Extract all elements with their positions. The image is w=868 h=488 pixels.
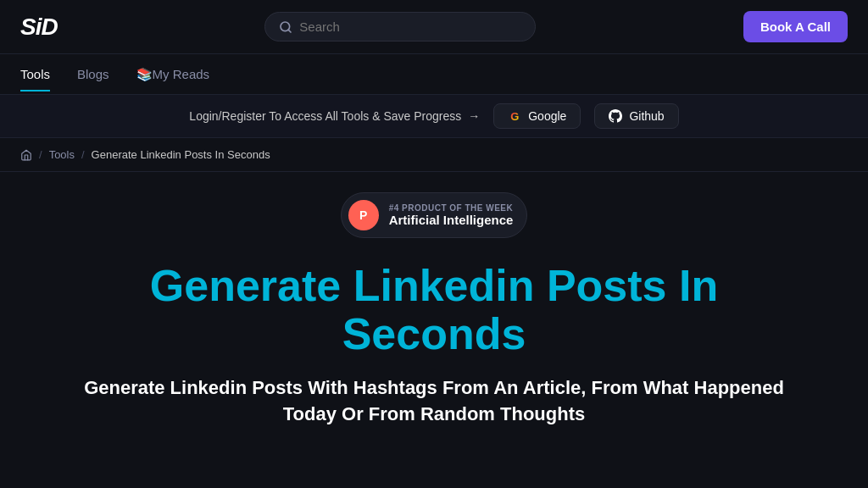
product-badge[interactable]: P #4 PRODUCT OF THE WEEK Artificial Inte… xyxy=(341,192,528,238)
hero-subtitle: Generate Linkedin Posts With Hashtags Fr… xyxy=(70,375,798,428)
nav-tabs: Tools Blogs 📚My Reads xyxy=(0,54,868,95)
google-auth-button[interactable]: G Google xyxy=(493,103,581,129)
search-input[interactable] xyxy=(299,19,521,34)
github-auth-button[interactable]: Github xyxy=(594,103,678,129)
breadcrumb-sep-1: / xyxy=(39,148,42,161)
product-badge-text: #4 PRODUCT OF THE WEEK Artificial Intell… xyxy=(389,203,514,227)
arrow-icon: → xyxy=(468,109,480,123)
product-hunt-icon: P xyxy=(348,200,379,230)
google-icon: G xyxy=(508,109,521,123)
breadcrumb-home[interactable] xyxy=(20,149,32,161)
github-icon xyxy=(609,109,622,123)
book-call-button[interactable]: Book A Call xyxy=(743,11,848,42)
svg-line-1 xyxy=(288,30,291,32)
breadcrumb-sep-2: / xyxy=(81,148,85,161)
login-text: Login/Register To Access All Tools & Sav… xyxy=(189,109,480,123)
product-category: Artificial Intelligence xyxy=(389,213,514,227)
product-rank-label: #4 PRODUCT OF THE WEEK xyxy=(389,203,514,213)
tab-blogs[interactable]: Blogs xyxy=(77,57,109,92)
breadcrumb: / Tools / Generate Linkedin Posts In Sec… xyxy=(0,138,868,172)
tab-tools[interactable]: Tools xyxy=(20,57,50,92)
search-icon xyxy=(279,20,292,34)
search-bar[interactable] xyxy=(264,12,536,42)
header: SiD Book A Call xyxy=(0,0,868,54)
hero-title: Generate Linkedin Posts In Seconds xyxy=(129,262,739,358)
site-logo: SiD xyxy=(20,14,58,41)
main-content: P #4 PRODUCT OF THE WEEK Artificial Inte… xyxy=(0,172,868,428)
breadcrumb-current: Generate Linkedin Posts In Seconds xyxy=(92,148,270,161)
breadcrumb-tools[interactable]: Tools xyxy=(49,148,75,161)
home-icon xyxy=(20,149,32,161)
login-banner: Login/Register To Access All Tools & Sav… xyxy=(0,95,868,138)
tab-my-reads[interactable]: 📚My Reads xyxy=(136,57,210,92)
